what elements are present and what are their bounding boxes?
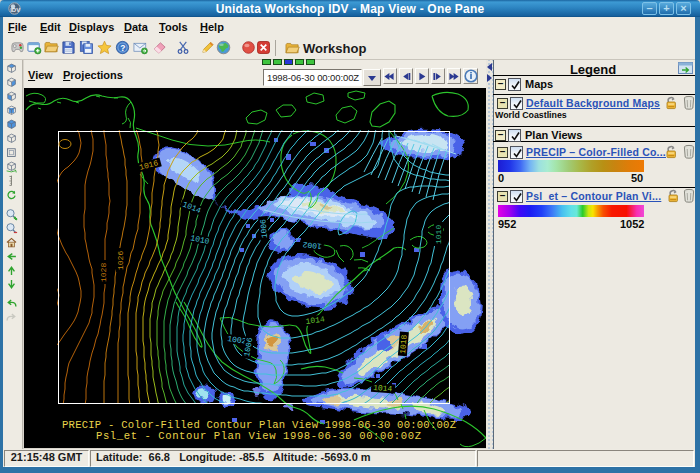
svg-text:?: ? [120,43,125,53]
svg-text:Psl_et - Contour Plan View 199: Psl_et - Contour Plan View 1998-06-30 00… [96,430,421,442]
svg-text:1018: 1018 [398,334,409,354]
svg-text:1028: 1028 [99,263,108,282]
svg-text:1006: 1006 [258,218,269,238]
svg-text:1010: 1010 [434,225,443,244]
svg-text:1014: 1014 [373,383,393,393]
svg-text:IDV: IDV [10,7,20,13]
svg-text:1026: 1026 [116,251,125,270]
